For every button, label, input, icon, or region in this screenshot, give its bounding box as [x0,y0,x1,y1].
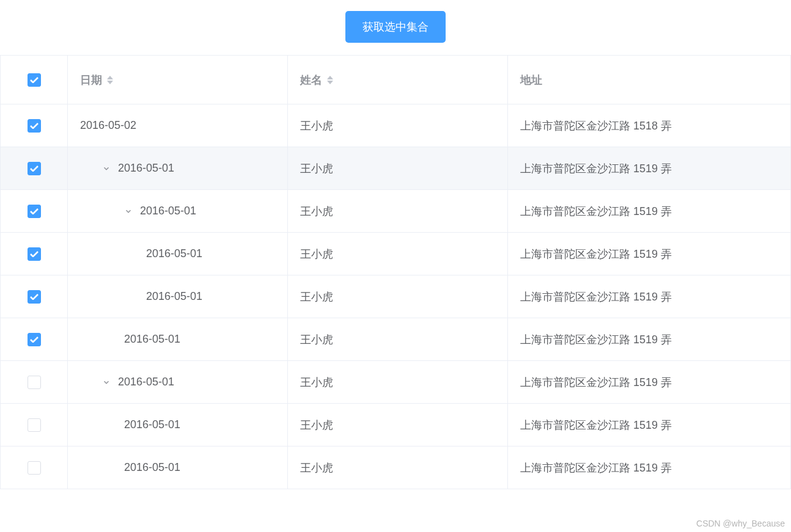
date-cell: 2016-05-01 [118,162,174,175]
table-row: 2016-05-01王小虎上海市普陀区金沙江路 1519 弄 [1,275,791,318]
caret-up-icon[interactable] [327,76,333,79]
date-cell: 2016-05-01 [140,205,196,217]
date-cell: 2016-05-01 [118,376,174,388]
address-cell: 上海市普陀区金沙江路 1519 弄 [520,375,672,390]
date-cell: 2016-05-01 [146,247,202,260]
date-cell: 2016-05-02 [80,119,136,132]
get-selected-button[interactable]: 获取选中集合 [345,11,446,43]
table-row: 2016-05-02王小虎上海市普陀区金沙江路 1518 弄 [1,104,791,147]
address-cell: 上海市普陀区金沙江路 1519 弄 [520,247,672,261]
chevron-down-icon[interactable] [102,378,111,387]
address-cell: 上海市普陀区金沙江路 1519 弄 [520,290,672,304]
name-cell: 王小虎 [300,375,333,390]
name-cell: 王小虎 [300,461,333,475]
table-header-row: 日期 姓名 地址 [1,56,791,104]
row-checkbox[interactable] [28,162,41,175]
column-header-address: 地址 [520,73,542,87]
row-checkbox[interactable] [28,418,41,432]
row-checkbox[interactable] [28,333,41,346]
date-cell: 2016-05-01 [146,290,202,303]
name-cell: 王小虎 [300,418,333,432]
name-cell: 王小虎 [300,118,333,133]
address-cell: 上海市普陀区金沙江路 1519 弄 [520,332,672,347]
table-row: 2016-05-01王小虎上海市普陀区金沙江路 1519 弄 [1,318,791,361]
name-cell: 王小虎 [300,204,333,219]
sort-icon[interactable] [107,76,113,84]
row-checkbox[interactable] [28,247,41,261]
name-cell: 王小虎 [300,290,333,304]
address-cell: 上海市普陀区金沙江路 1519 弄 [520,461,672,475]
name-cell: 王小虎 [300,247,333,261]
address-cell: 上海市普陀区金沙江路 1519 弄 [520,161,672,176]
address-cell: 上海市普陀区金沙江路 1518 弄 [520,118,672,133]
caret-up-icon[interactable] [107,76,113,79]
chevron-down-icon[interactable] [124,207,133,216]
name-cell: 王小虎 [300,161,333,176]
row-checkbox[interactable] [28,290,41,304]
caret-down-icon[interactable] [107,81,113,84]
row-checkbox[interactable] [28,119,41,133]
table-row: 2016-05-01王小虎上海市普陀区金沙江路 1519 弄 [1,404,791,446]
row-checkbox[interactable] [28,205,41,218]
table-row: 2016-05-01王小虎上海市普陀区金沙江路 1519 弄 [1,147,791,190]
row-checkbox[interactable] [28,376,41,389]
table-row: 2016-05-01王小虎上海市普陀区金沙江路 1519 弄 [1,190,791,233]
table-row: 2016-05-01王小虎上海市普陀区金沙江路 1519 弄 [1,233,791,275]
row-checkbox[interactable] [28,461,41,475]
table-row: 2016-05-01王小虎上海市普陀区金沙江路 1519 弄 [1,361,791,404]
chevron-down-icon[interactable] [102,164,111,173]
column-header-name: 姓名 [300,73,322,87]
address-cell: 上海市普陀区金沙江路 1519 弄 [520,418,672,432]
table-row: 2016-05-01王小虎上海市普陀区金沙江路 1519 弄 [1,446,791,489]
column-header-date: 日期 [80,73,102,87]
date-cell: 2016-05-01 [124,333,180,346]
data-table: 日期 姓名 地址 [0,55,791,489]
name-cell: 王小虎 [300,332,333,347]
address-cell: 上海市普陀区金沙江路 1519 弄 [520,204,672,219]
date-cell: 2016-05-01 [124,461,180,474]
caret-down-icon[interactable] [327,81,333,84]
date-cell: 2016-05-01 [124,418,180,431]
sort-icon[interactable] [327,76,333,84]
select-all-checkbox[interactable] [28,73,41,87]
